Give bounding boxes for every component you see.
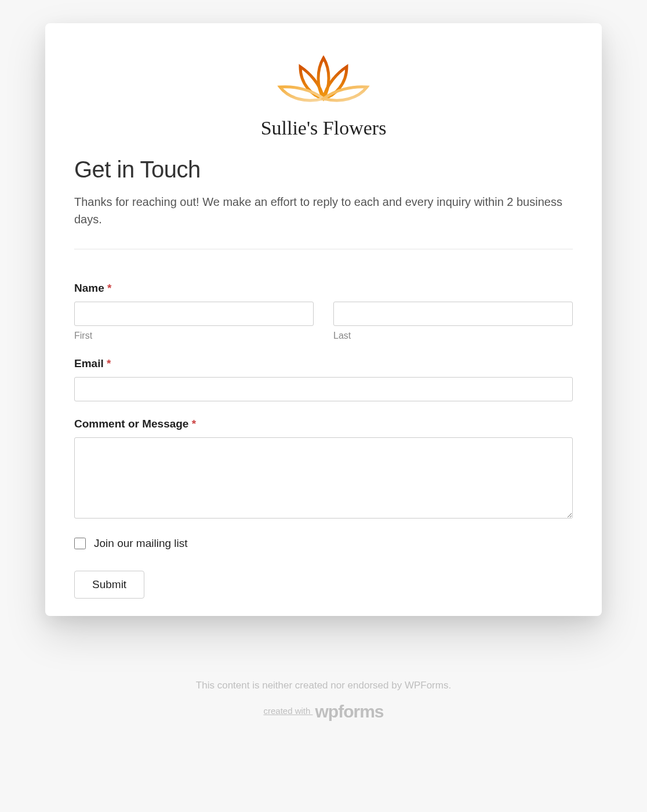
name-field-group: Name * First Last: [74, 282, 573, 341]
name-label-text: Name: [74, 282, 104, 294]
message-field-group: Comment or Message *: [74, 418, 573, 521]
first-name-sublabel: First: [74, 331, 314, 341]
first-name-input[interactable]: [74, 302, 314, 326]
message-label-text: Comment or Message: [74, 418, 188, 430]
mailing-list-label: Join our mailing list: [94, 537, 188, 550]
email-input[interactable]: [74, 377, 573, 401]
footer-disclaimer: This content is neither created nor endo…: [0, 680, 647, 691]
required-asterisk: *: [107, 282, 111, 294]
divider: [74, 249, 573, 249]
brand-block: Sullie's Flowers: [74, 52, 573, 139]
email-field-group: Email *: [74, 357, 573, 401]
mailing-list-row: Join our mailing list: [74, 537, 573, 550]
required-asterisk: *: [107, 357, 111, 369]
footer: This content is neither created nor endo…: [0, 680, 647, 722]
form-card: Sullie's Flowers Get in Touch Thanks for…: [45, 23, 602, 616]
name-label: Name *: [74, 282, 573, 295]
message-label: Comment or Message *: [74, 418, 573, 430]
wpforms-logo: wpforms: [315, 702, 384, 721]
page-title: Get in Touch: [74, 157, 573, 183]
last-name-sublabel: Last: [333, 331, 573, 341]
message-textarea[interactable]: [74, 437, 573, 519]
intro-text: Thanks for reaching out! We make an effo…: [74, 193, 573, 228]
brand-name: Sullie's Flowers: [74, 117, 573, 139]
lotus-icon: [266, 52, 381, 110]
created-with-link[interactable]: created with: [263, 706, 312, 716]
required-asterisk: *: [192, 418, 196, 430]
email-label-text: Email: [74, 357, 104, 369]
email-label: Email *: [74, 357, 573, 370]
submit-button[interactable]: Submit: [74, 571, 144, 599]
mailing-list-checkbox[interactable]: [74, 538, 86, 549]
footer-created: created with wpforms: [0, 702, 647, 722]
last-name-input[interactable]: [333, 302, 573, 326]
